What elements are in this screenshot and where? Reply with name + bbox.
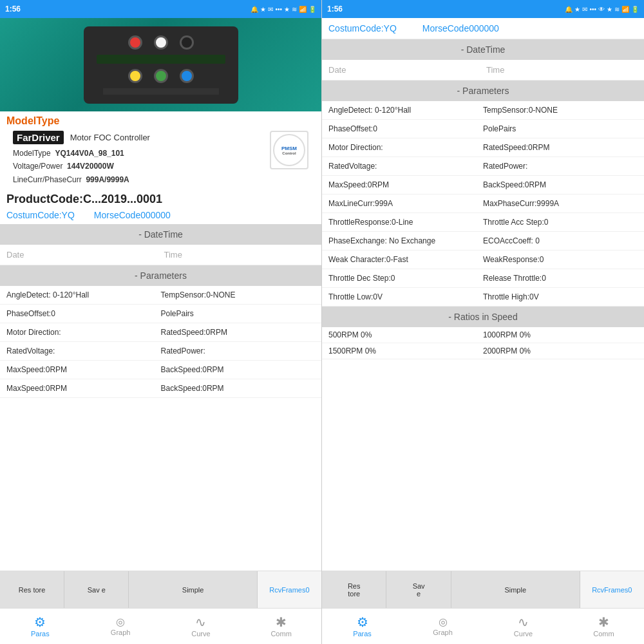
bluetooth-icon-left: ✱: [276, 616, 287, 629]
right-header-codes: CostumCode:YQ MorseCode000000: [322, 18, 644, 39]
pmsm-inner: PMSM Control: [273, 134, 305, 166]
param-row-2-left: Motor Direction: RatedSpeed:0RPM: [0, 323, 321, 342]
param-right-5-right: MaxPhaseCurr:9999A: [483, 198, 638, 209]
rcvframes-button-right[interactable]: RcvFrames0: [580, 571, 644, 608]
nav-graph-left[interactable]: ◎ Graph: [80, 609, 161, 644]
connector-black: [180, 35, 194, 50]
ratio-right-1: 2000RPM 0%: [483, 346, 638, 355]
model-type-value: ModelType YQ144V0A_98_101: [13, 147, 265, 160]
param-row-0-right: AngleDetect: 0-120°Hall TempSensor:0-NON…: [322, 101, 644, 120]
time-label-left: Time: [164, 250, 316, 260]
curve-icon-left: ∿: [195, 616, 206, 629]
qr-code-badge: PMSM Control: [270, 131, 308, 169]
param-right-1-right: PolePairs: [483, 123, 638, 135]
param-left-1-left: PhaseOffset:0: [6, 308, 161, 319]
param-left-5-right: MaxLineCurr:999A: [328, 198, 483, 209]
morse-code-left[interactable]: MorseCode000000: [94, 210, 171, 220]
brand-row: FarDriver Motor FOC Controller: [13, 131, 265, 144]
param-right-0-right: TempSensor:0-NONE: [483, 104, 638, 116]
param-left-8-right: Weak Character:0-Fast: [328, 254, 483, 265]
param-left-3-right: RatedVoltage:: [328, 160, 483, 172]
datetime-section-left: - DateTime: [0, 224, 321, 245]
line-curr: LineCurr/PhaseCurr 999A/9999A: [13, 173, 265, 186]
ratio-left-1: 1500RPM 0%: [328, 346, 483, 355]
time-right: 1:56: [327, 5, 343, 14]
device-box: [84, 26, 238, 104]
param-left-3-left: RatedVoltage:: [6, 345, 161, 357]
nav-comm-left[interactable]: ✱ Comm: [241, 609, 321, 644]
connector-green: [154, 69, 168, 83]
parameters-section-left: - Parameters: [0, 265, 321, 286]
parameters-list-right: AngleDetect: 0-120°Hall TempSensor:0-NON…: [322, 101, 644, 307]
voltage-power: Voltage/Power 144V20000W: [13, 160, 265, 173]
param-extra-left: MaxSpeed:0RPM: [6, 383, 161, 394]
nav-curve-right[interactable]: ∿ Curve: [483, 609, 564, 644]
device-visual: [97, 35, 225, 95]
connector-blue: [180, 69, 194, 83]
nav-curve-label-right: Curve: [514, 630, 533, 638]
nav-paras-left[interactable]: ⚙ Paras: [0, 609, 80, 644]
datetime-row-left: Date Time: [0, 245, 321, 265]
param-left-1-right: PhaseOffset:0: [328, 123, 483, 135]
param-row-7-right: PhaseExchange: No Exchange ECOAccCoeff: …: [322, 232, 644, 251]
simple-button-right[interactable]: Simple: [451, 571, 580, 608]
rcvframes-label-right: RcvFrames0: [592, 586, 632, 594]
bottom-action-bar-right: Restore Save Simple RcvFrames0: [322, 571, 644, 608]
brand-badge: FarDriver: [13, 131, 64, 144]
nav-curve-label-left: Curve: [191, 630, 210, 638]
param-right-6-right: Throttle Acc Step:0: [483, 216, 638, 228]
nav-curve-left[interactable]: ∿ Curve: [161, 609, 242, 644]
gear-icon-left: ⚙: [34, 616, 46, 629]
bluetooth-icon-right: ✱: [598, 616, 609, 629]
param-right-1-left: PolePairs: [161, 308, 316, 319]
nav-paras-right[interactable]: ⚙ Paras: [322, 609, 402, 644]
status-icons-right: 🔔 ★ ✉ ••• 👁 ★ ≋ 📶 🔋: [565, 6, 639, 13]
param-row-1-left: PhaseOffset:0 PolePairs: [0, 305, 321, 323]
graph-icon-left: ◎: [116, 617, 125, 627]
left-panel: 1:56 🔔 ★ ✉ ••• ★ ≋ 📶 🔋: [0, 0, 322, 644]
param-left-2-right: Motor Direction:: [328, 142, 483, 153]
restore-label-right: Restore: [348, 582, 361, 598]
param-right-2-left: RatedSpeed:0RPM: [161, 327, 316, 338]
ratio-row-0: 500RPM 0% 1000RPM 0%: [322, 327, 644, 343]
custom-code-right[interactable]: CostumCode:YQ: [328, 23, 397, 33]
param-right-3-right: RatedPower:: [483, 160, 638, 172]
nav-paras-label-left: Paras: [31, 630, 50, 638]
datetime-row-right: Date Time: [322, 60, 644, 80]
morse-code-right[interactable]: MorseCode000000: [422, 23, 499, 33]
param-right-7-right: ECOAccCoeff: 0: [483, 235, 638, 247]
nav-comm-label-left: Comm: [270, 630, 291, 638]
model-brand-qr: FarDriver Motor FOC Controller ModelType…: [6, 131, 315, 186]
nav-comm-label-right: Comm: [593, 630, 614, 638]
pcb-board: [97, 55, 225, 64]
save-button-right[interactable]: Save: [386, 571, 451, 608]
status-bar-right: 1:56 🔔 ★ ✉ ••• 👁 ★ ≋ 📶 🔋: [322, 0, 644, 18]
brand-description: Motor FOC Controller: [70, 133, 150, 142]
nav-graph-right[interactable]: ◎ Graph: [402, 609, 483, 644]
param-left-2-left: Motor Direction:: [6, 327, 161, 338]
left-panel-content[interactable]: ModelType FarDriver Motor FOC Controller…: [0, 18, 321, 571]
restore-button-right[interactable]: Restore: [322, 571, 386, 608]
save-button-left[interactable]: Sav e: [64, 571, 129, 608]
param-row-0-left: AngleDetect: 0-120°Hall TempSensor:0-NON…: [0, 286, 321, 305]
graph-icon-right: ◎: [439, 617, 448, 627]
datetime-section-right: - DateTime: [322, 39, 644, 60]
rcvframes-button-left[interactable]: RcvFrames0: [258, 571, 321, 608]
parameters-section-right: - Parameters: [322, 80, 644, 101]
nav-comm-right[interactable]: ✱ Comm: [564, 609, 644, 644]
param-row-3-right: RatedVoltage: RatedPower:: [322, 157, 644, 176]
gear-icon-right: ⚙: [357, 616, 368, 629]
param-left-7-right: PhaseExchange: No Exchange: [328, 235, 483, 247]
ratios-section-right: - Ratios in Speed: [322, 307, 644, 327]
simple-button-left[interactable]: Simple: [129, 571, 257, 608]
custom-code-left[interactable]: CostumCode:YQ: [6, 210, 75, 220]
param-row-4-left: MaxSpeed:0RPM BackSpeed:0RPM: [0, 361, 321, 379]
connector-white: [154, 35, 168, 50]
curve-icon-right: ∿: [518, 616, 529, 629]
restore-button-left[interactable]: Res tore: [0, 571, 64, 608]
param-left-10-right: Throttle Low:0V: [328, 291, 483, 303]
nav-bar-right: ⚙ Paras ◎ Graph ∿ Curve ✱ Comm: [322, 608, 644, 644]
param-left-9-right: Throttle Dec Step:0: [328, 272, 483, 284]
ratio-row-1: 1500RPM 0% 2000RPM 0%: [322, 343, 644, 359]
right-panel-content[interactable]: - DateTime Date Time - Parameters AngleD…: [322, 39, 644, 571]
